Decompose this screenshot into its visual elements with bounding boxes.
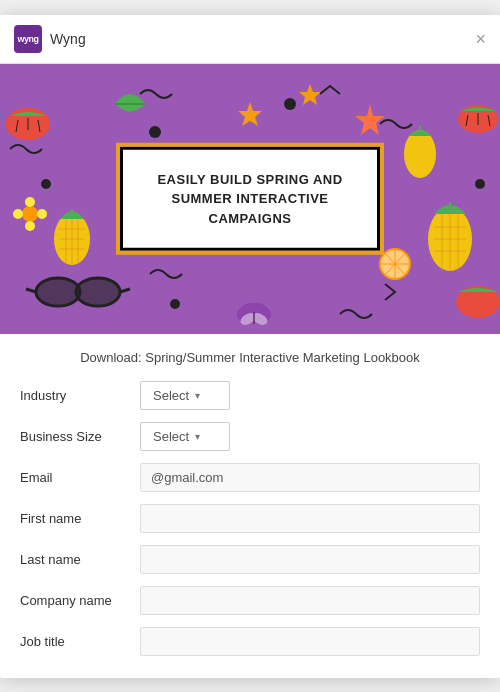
form-subtitle: Download: Spring/Summer Interactive Mark…: [20, 350, 480, 365]
svg-point-43: [149, 126, 161, 138]
email-row: Email: [20, 463, 480, 492]
logo-text: wyng: [17, 34, 38, 44]
jobtitle-control: [140, 627, 480, 656]
hero-banner: EASILY BUILD SPRING AND SUMMER INTERACTI…: [0, 64, 500, 334]
business-size-arrow: ▾: [195, 431, 200, 442]
svg-point-51: [13, 209, 23, 219]
lastname-control: [140, 545, 480, 574]
business-size-row: Business Size Select ▾: [20, 422, 480, 451]
lastname-label: Last name: [20, 552, 140, 567]
svg-point-35: [76, 278, 120, 306]
industry-control: Select ▾: [140, 381, 480, 410]
svg-point-46: [41, 179, 51, 189]
svg-point-52: [37, 209, 47, 219]
industry-select-label: Select: [153, 388, 189, 403]
industry-select-arrow: ▾: [195, 390, 200, 401]
window-title: Wyng: [50, 31, 475, 47]
business-size-control: Select ▾: [140, 422, 480, 451]
email-input[interactable]: [140, 463, 480, 492]
lastname-input[interactable]: [140, 545, 480, 574]
companyname-row: Company name: [20, 586, 480, 615]
app-logo: wyng: [14, 25, 42, 53]
business-size-select-label: Select: [153, 429, 189, 444]
industry-label: Industry: [20, 388, 140, 403]
jobtitle-label: Job title: [20, 634, 140, 649]
form-area: Download: Spring/Summer Interactive Mark…: [0, 334, 500, 678]
firstname-input[interactable]: [140, 504, 480, 533]
industry-select[interactable]: Select ▾: [140, 381, 230, 410]
jobtitle-input[interactable]: [140, 627, 480, 656]
industry-row: Industry Select ▾: [20, 381, 480, 410]
svg-point-49: [25, 197, 35, 207]
svg-point-44: [284, 98, 296, 110]
business-size-label: Business Size: [20, 429, 140, 444]
modal-container: wyng Wyng ×: [0, 15, 500, 678]
hero-line3: CAMPAIGNS: [151, 208, 349, 228]
firstname-row: First name: [20, 504, 480, 533]
email-control: [140, 463, 480, 492]
firstname-label: First name: [20, 511, 140, 526]
hero-line2: SUMMER INTERACTIVE: [151, 189, 349, 209]
svg-point-50: [25, 221, 35, 231]
companyname-input[interactable]: [140, 586, 480, 615]
firstname-control: [140, 504, 480, 533]
svg-point-53: [24, 208, 36, 220]
companyname-label: Company name: [20, 593, 140, 608]
svg-point-45: [170, 299, 180, 309]
svg-point-14: [404, 130, 436, 178]
business-size-select[interactable]: Select ▾: [140, 422, 230, 451]
hero-text-box: EASILY BUILD SPRING AND SUMMER INTERACTI…: [120, 146, 380, 251]
jobtitle-row: Job title: [20, 627, 480, 656]
svg-point-34: [36, 278, 80, 306]
svg-point-47: [475, 179, 485, 189]
close-button[interactable]: ×: [475, 30, 486, 48]
title-bar: wyng Wyng ×: [0, 15, 500, 64]
hero-line1: EASILY BUILD SPRING AND: [151, 169, 349, 189]
email-label: Email: [20, 470, 140, 485]
lastname-row: Last name: [20, 545, 480, 574]
companyname-control: [140, 586, 480, 615]
